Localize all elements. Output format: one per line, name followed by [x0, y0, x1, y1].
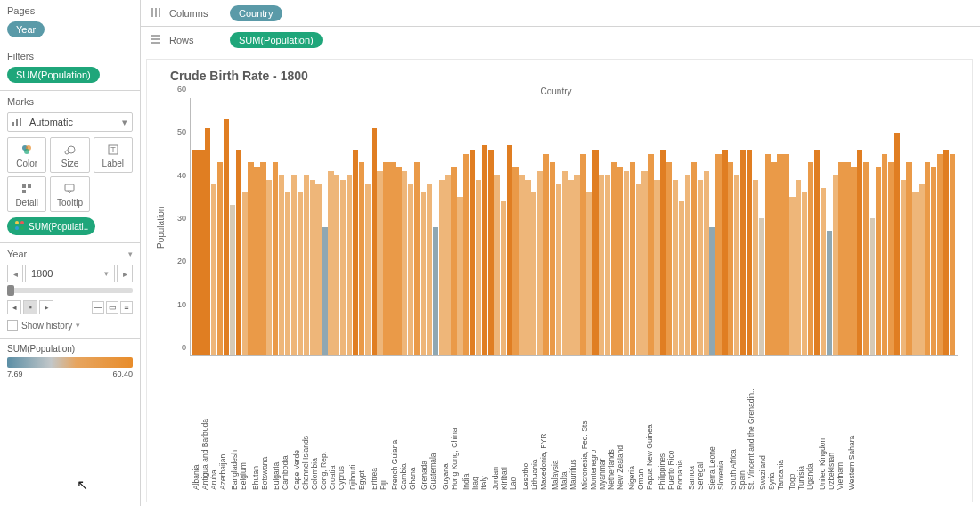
bar[interactable]: [285, 192, 290, 355]
bar[interactable]: [783, 154, 788, 355]
bar[interactable]: [821, 188, 826, 355]
bar[interactable]: [715, 154, 721, 355]
bar[interactable]: [445, 175, 450, 355]
bar[interactable]: [827, 231, 832, 355]
bar[interactable]: [833, 175, 838, 355]
bar[interactable]: [808, 162, 813, 355]
bar[interactable]: [802, 192, 807, 355]
bar[interactable]: [796, 180, 801, 355]
bar[interactable]: [759, 218, 764, 355]
bar[interactable]: [525, 180, 530, 355]
bar[interactable]: [248, 162, 253, 355]
bar[interactable]: [205, 128, 210, 355]
year-next-button[interactable]: ▸: [117, 265, 133, 282]
rows-pill[interactable]: SUM(Population): [230, 32, 323, 48]
bar[interactable]: [242, 192, 248, 355]
bar[interactable]: [372, 128, 377, 355]
columns-pill[interactable]: Country: [230, 5, 282, 21]
bar[interactable]: [463, 154, 469, 355]
bar[interactable]: [421, 192, 426, 355]
bar[interactable]: [414, 162, 420, 355]
bar[interactable]: [192, 150, 198, 355]
bar[interactable]: [470, 150, 475, 355]
bar[interactable]: [912, 192, 918, 355]
bar[interactable]: [950, 154, 955, 355]
bar[interactable]: [507, 145, 512, 355]
bar[interactable]: [488, 150, 494, 355]
bar[interactable]: [704, 171, 709, 355]
bar[interactable]: [211, 184, 216, 355]
bar[interactable]: [838, 162, 844, 355]
year-slider[interactable]: [7, 288, 133, 293]
bar[interactable]: [494, 175, 500, 355]
label-button[interactable]: TLabel: [94, 137, 133, 173]
bar[interactable]: [334, 175, 339, 355]
bar[interactable]: [543, 154, 549, 355]
bar[interactable]: [574, 175, 579, 355]
bar[interactable]: [605, 175, 610, 355]
bar[interactable]: [298, 192, 303, 355]
dropdown-icon[interactable]: ▾: [118, 117, 132, 128]
bar[interactable]: [291, 175, 297, 355]
anim-speed-2[interactable]: ▭: [106, 301, 118, 314]
filters-pill[interactable]: SUM(Population): [7, 67, 100, 83]
bar[interactable]: [427, 184, 432, 355]
plot[interactable]: [190, 98, 958, 356]
bar[interactable]: [870, 218, 875, 355]
bar[interactable]: [636, 184, 641, 355]
mark-type-select[interactable]: Automatic ▾: [7, 112, 133, 132]
anim-rewind-button[interactable]: ◂: [7, 300, 21, 314]
bar[interactable]: [617, 167, 623, 355]
bar[interactable]: [260, 162, 265, 355]
bar[interactable]: [562, 171, 568, 355]
bar[interactable]: [365, 184, 371, 355]
year-prev-button[interactable]: ◂: [7, 265, 23, 282]
size-button[interactable]: Size: [50, 137, 89, 173]
bar[interactable]: [734, 175, 739, 355]
bar[interactable]: [648, 154, 653, 355]
bar[interactable]: [894, 133, 900, 355]
bar[interactable]: [709, 227, 715, 356]
bar[interactable]: [451, 167, 456, 355]
bar[interactable]: [402, 171, 407, 355]
bar[interactable]: [777, 154, 782, 355]
bar[interactable]: [568, 180, 574, 355]
bar[interactable]: [771, 162, 776, 355]
bar[interactable]: [931, 167, 936, 355]
bar[interactable]: [550, 162, 555, 355]
bar[interactable]: [630, 162, 635, 355]
pages-year-pill[interactable]: Year: [7, 21, 45, 37]
bar[interactable]: [641, 171, 647, 355]
year-select[interactable]: 1800▾: [25, 265, 115, 282]
columns-shelf[interactable]: Columns Country: [141, 0, 980, 27]
bar[interactable]: [876, 167, 881, 355]
bar[interactable]: [722, 150, 727, 355]
bar[interactable]: [592, 150, 598, 355]
bar[interactable]: [901, 180, 906, 355]
bar[interactable]: [679, 201, 684, 355]
marks-color-pill[interactable]: SUM(Populati..: [7, 217, 95, 235]
bar[interactable]: [224, 119, 229, 355]
legend-color-bar[interactable]: [7, 357, 133, 368]
anim-speed-1[interactable]: —: [92, 301, 104, 314]
bar[interactable]: [906, 162, 911, 355]
show-history-checkbox[interactable]: [7, 320, 18, 331]
bar[interactable]: [383, 162, 388, 355]
bar[interactable]: [765, 154, 771, 355]
bar[interactable]: [919, 184, 924, 355]
bar[interactable]: [943, 150, 949, 355]
bar[interactable]: [482, 145, 487, 355]
bar[interactable]: [845, 162, 850, 355]
bar[interactable]: [685, 175, 690, 355]
bar[interactable]: [389, 162, 395, 355]
bar[interactable]: [230, 205, 235, 355]
bar[interactable]: [266, 180, 272, 355]
anim-forward-button[interactable]: ▸: [39, 300, 53, 314]
bar[interactable]: [377, 171, 382, 355]
bar[interactable]: [747, 150, 752, 355]
bar[interactable]: [691, 162, 697, 355]
bar[interactable]: [322, 227, 327, 356]
bar[interactable]: [328, 171, 333, 355]
bar[interactable]: [236, 150, 241, 355]
bar[interactable]: [666, 162, 672, 355]
